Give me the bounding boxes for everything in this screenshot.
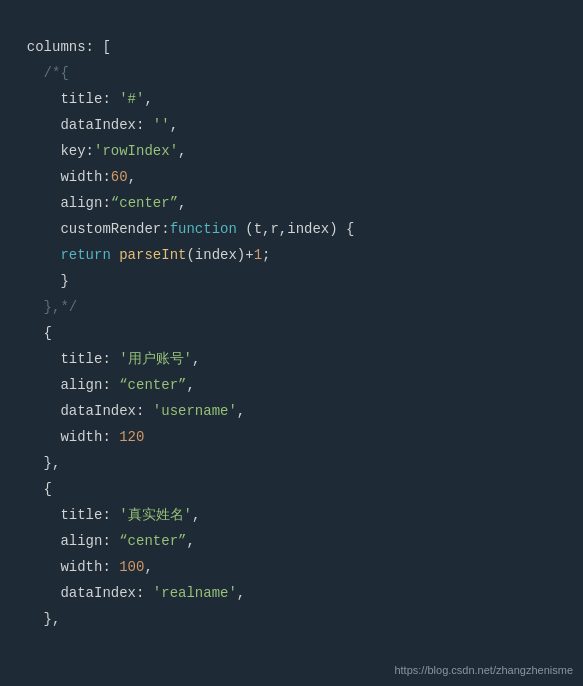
code-token: ,	[178, 195, 186, 211]
code-token: ,	[192, 507, 200, 523]
code-token: “center”	[119, 533, 186, 549]
code-token: align:	[10, 533, 119, 549]
code-token: 100	[119, 559, 144, 575]
code-line: return parseInt(index)+1;	[0, 242, 583, 268]
code-token: ,	[170, 117, 178, 133]
code-token: /*{	[10, 65, 69, 81]
code-token: ''	[153, 117, 170, 133]
code-token: title:	[10, 91, 119, 107]
code-token: parseInt	[119, 247, 186, 263]
code-token: customRender:	[10, 221, 170, 237]
code-line: width:60,	[0, 164, 583, 190]
code-token: width:	[10, 429, 119, 445]
code-token: 1	[254, 247, 262, 263]
code-token: return	[10, 247, 119, 263]
code-token: function	[170, 221, 237, 237]
code-line: title: '#',	[0, 86, 583, 112]
code-token: ,	[178, 143, 186, 159]
code-block: columns: [ /*{ title: '#', dataIndex: ''…	[0, 0, 583, 640]
code-token: 'realname'	[153, 585, 237, 601]
code-token: ,	[186, 377, 194, 393]
code-token: '用户账号'	[119, 351, 192, 367]
code-token: '真实姓名'	[119, 507, 192, 523]
code-token: ,	[144, 559, 152, 575]
code-line: },*/	[0, 294, 583, 320]
code-token: (index)+	[186, 247, 253, 263]
code-line: },	[0, 606, 583, 632]
code-token: “center”	[119, 377, 186, 393]
code-line: },	[0, 450, 583, 476]
code-line: width: 100,	[0, 554, 583, 580]
code-token: ,	[237, 403, 245, 419]
code-line: align: “center”,	[0, 528, 583, 554]
code-token: },*/	[10, 299, 77, 315]
code-token: ,	[192, 351, 200, 367]
code-line: width: 120	[0, 424, 583, 450]
code-token: 120	[119, 429, 144, 445]
code-line: }	[0, 268, 583, 294]
code-token: '#'	[119, 91, 144, 107]
code-token: ,	[128, 169, 136, 185]
code-token: align:	[10, 377, 119, 393]
code-token: key:	[10, 143, 94, 159]
code-token: dataIndex:	[10, 117, 153, 133]
code-token: width:	[10, 169, 111, 185]
code-token: ,	[237, 585, 245, 601]
code-token: },	[10, 611, 60, 627]
code-token: “center”	[111, 195, 178, 211]
code-token: align:	[10, 195, 111, 211]
code-token: dataIndex:	[10, 403, 153, 419]
code-line: dataIndex: 'username',	[0, 398, 583, 424]
code-token: 'rowIndex'	[94, 143, 178, 159]
code-token: (t,r,index) {	[237, 221, 355, 237]
code-line: columns: [	[0, 34, 583, 60]
code-token: ,	[186, 533, 194, 549]
code-line: title: '真实姓名',	[0, 502, 583, 528]
code-line: align:“center”,	[0, 190, 583, 216]
code-token: ;	[262, 247, 270, 263]
code-line: customRender:function (t,r,index) {	[0, 216, 583, 242]
code-token: }	[10, 273, 69, 289]
code-token: title:	[10, 507, 119, 523]
code-token: title:	[10, 351, 119, 367]
code-token: dataIndex:	[10, 585, 153, 601]
code-token: },	[10, 455, 60, 471]
code-token: 60	[111, 169, 128, 185]
code-line: {	[0, 320, 583, 346]
code-token: 'username'	[153, 403, 237, 419]
code-line: {	[0, 476, 583, 502]
watermark: https://blog.csdn.net/zhangzhenisme	[394, 664, 573, 676]
code-token: width:	[10, 559, 119, 575]
code-line: title: '用户账号',	[0, 346, 583, 372]
code-token: {	[10, 481, 52, 497]
code-line: dataIndex: '',	[0, 112, 583, 138]
code-token: columns: [	[10, 39, 111, 55]
code-line: dataIndex: 'realname',	[0, 580, 583, 606]
code-line: key:'rowIndex',	[0, 138, 583, 164]
code-line: /*{	[0, 60, 583, 86]
code-token: ,	[144, 91, 152, 107]
code-token: {	[10, 325, 52, 341]
code-line: align: “center”,	[0, 372, 583, 398]
